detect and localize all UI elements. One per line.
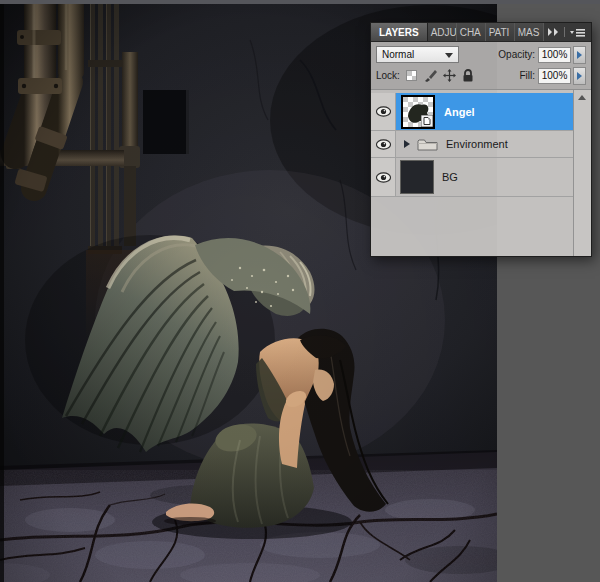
layer-row-environment[interactable]: Environment xyxy=(371,131,573,158)
panel-menu-icon[interactable] xyxy=(570,28,585,37)
layers-panel: LAYERS ADJU CHA PATI MAS xyxy=(370,22,592,257)
lock-transparency-button[interactable] xyxy=(405,69,418,82)
lock-all-button[interactable] xyxy=(462,69,475,82)
opacity-slider-button[interactable] xyxy=(573,46,586,64)
tab-paths[interactable]: PATI xyxy=(486,23,515,41)
group-expand-icon[interactable] xyxy=(404,140,410,148)
padlock-icon xyxy=(462,69,474,82)
layer-thumbnail-bg[interactable] xyxy=(401,161,433,193)
checkerboard-icon xyxy=(406,70,417,81)
layer-controls: Normal Opacity: 100% Lock: xyxy=(371,42,591,89)
lock-pixels-button[interactable] xyxy=(424,69,437,82)
blend-mode-value: Normal xyxy=(382,49,414,60)
visibility-toggle[interactable] xyxy=(371,158,396,196)
triangle-right-icon xyxy=(577,72,582,80)
move-cross-icon xyxy=(443,69,456,82)
smart-object-badge-icon xyxy=(421,115,433,127)
layer-list-scrollbar[interactable] xyxy=(573,90,591,256)
lock-label: Lock: xyxy=(376,70,400,81)
layer-thumbnail-angel[interactable] xyxy=(401,95,435,129)
fill-input[interactable]: 100% xyxy=(538,68,571,84)
layer-name: BG xyxy=(442,171,458,183)
fill-slider-button[interactable] xyxy=(573,67,586,85)
panel-tab-bar: LAYERS ADJU CHA PATI MAS xyxy=(371,23,591,42)
visibility-toggle[interactable] xyxy=(371,93,396,130)
fill-label: Fill: xyxy=(519,70,535,81)
layer-row-angel[interactable]: Angel xyxy=(371,93,573,131)
opacity-label: Opacity: xyxy=(498,49,535,60)
tab-layers[interactable]: LAYERS xyxy=(371,23,428,41)
tab-adjustments[interactable]: ADJU xyxy=(428,23,457,41)
layer-name: Environment xyxy=(446,138,508,150)
collapse-panel-icon[interactable] xyxy=(548,28,559,36)
brush-icon xyxy=(424,69,437,82)
triangle-right-icon xyxy=(577,51,582,59)
eye-icon xyxy=(376,172,391,183)
lock-position-button[interactable] xyxy=(443,69,456,82)
folder-icon xyxy=(417,137,438,152)
layer-row-bg[interactable]: BG xyxy=(371,158,573,197)
scroll-up-icon xyxy=(578,95,586,100)
chevron-down-icon xyxy=(445,53,453,58)
application-window: LAYERS ADJU CHA PATI MAS xyxy=(0,0,600,582)
layer-list: Angel xyxy=(371,89,591,256)
tab-masks[interactable]: MAS xyxy=(515,23,544,41)
visibility-toggle[interactable] xyxy=(371,131,396,157)
window-top-edge xyxy=(0,0,600,4)
eye-icon xyxy=(376,106,391,117)
blend-mode-dropdown[interactable]: Normal xyxy=(376,46,459,63)
eye-icon xyxy=(376,139,391,150)
opacity-input[interactable]: 100% xyxy=(538,47,571,63)
layer-name: Angel xyxy=(444,106,475,118)
icon-separator xyxy=(564,27,565,37)
tab-channels[interactable]: CHA xyxy=(457,23,486,41)
